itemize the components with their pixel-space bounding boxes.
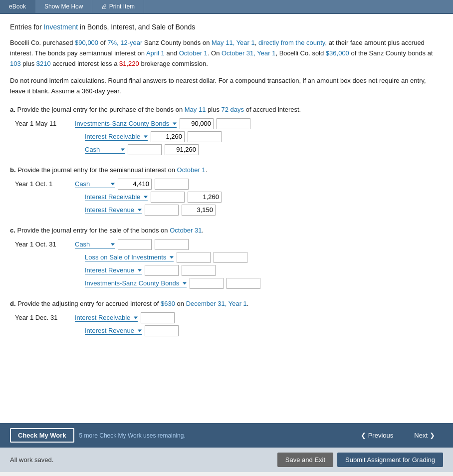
- table-row: Year 1 May 11 Investments-Sanz County Bo…: [15, 118, 443, 129]
- account-select-b2[interactable]: Interest Receivable: [85, 193, 148, 201]
- section-d-journal: Year 1 Dec. 31 Interest Receivable Inter…: [15, 312, 443, 336]
- debit-input-c2[interactable]: [177, 252, 211, 263]
- section-c: c. Provide the journal entry for the sal…: [10, 227, 443, 289]
- section-c-journal: Year 1 Oct. 31 Cash Loss on Sale of Inve…: [15, 239, 443, 289]
- date-label-a: Year 1 May 11: [15, 120, 75, 127]
- debit-input-a3[interactable]: [128, 144, 162, 155]
- account-select-a3[interactable]: Cash: [85, 146, 125, 154]
- credit-input-a2[interactable]: [188, 131, 222, 142]
- account-select-c1[interactable]: Cash: [75, 240, 115, 248]
- debit-input-b3[interactable]: [145, 205, 179, 216]
- debit-input-a1[interactable]: [180, 118, 214, 129]
- section-a: a. Provide the journal entry for the pur…: [10, 106, 443, 155]
- debit-input-c1[interactable]: [118, 239, 152, 250]
- nav-ebook[interactable]: eBook: [0, 0, 35, 13]
- previous-label: Previous: [368, 432, 394, 439]
- next-label: Next: [414, 432, 428, 439]
- credit-input-c3[interactable]: [182, 265, 216, 276]
- table-row: Investments-Sanz County Bonds: [85, 278, 443, 289]
- chevron-left-icon: [361, 432, 366, 439]
- account-select-c2[interactable]: Loss on Sale of Investments: [85, 253, 174, 261]
- account-select-c4[interactable]: Investments-Sanz County Bonds: [85, 279, 187, 287]
- table-row: Interest Revenue: [85, 265, 443, 276]
- account-select-a1[interactable]: Investments-Sanz County Bonds: [75, 120, 177, 128]
- credit-input-c1[interactable]: [155, 239, 189, 250]
- debit-input-d1[interactable]: [141, 312, 175, 323]
- credit-input-b2[interactable]: [188, 192, 222, 203]
- account-select-wrapper-d1[interactable]: Interest Receivable: [75, 314, 138, 322]
- section-a-journal: Year 1 May 11 Investments-Sanz County Bo…: [15, 118, 443, 155]
- section-b-journal: Year 1 Oct. 1 Cash Interest Receivable: [15, 179, 443, 216]
- credit-input-c2[interactable]: [214, 252, 247, 263]
- next-button[interactable]: Next: [406, 429, 443, 442]
- credit-input-b3[interactable]: [182, 205, 216, 216]
- nav-print-item[interactable]: 🖨 Print Item: [92, 0, 144, 13]
- credit-input-d2[interactable]: [145, 325, 179, 336]
- top-navigation: eBook Show Me How 🖨 Print Item: [0, 0, 453, 14]
- debit-input-c3[interactable]: [145, 265, 179, 276]
- footer-buttons: Save and Exit Submit Assignment for Grad…: [277, 453, 443, 467]
- all-work-saved-label: All work saved.: [10, 456, 53, 464]
- check-my-work-note: 5 more Check My Work uses remaining.: [79, 432, 186, 439]
- description: Bocelli Co. purchased $90,000 of 7%, 12-…: [10, 38, 443, 69]
- account-select-b1[interactable]: Cash: [75, 180, 115, 188]
- table-row: Interest Revenue: [85, 325, 443, 336]
- account-select-wrapper-c3[interactable]: Interest Revenue: [85, 266, 142, 274]
- date-label-c: Year 1 Oct. 31: [15, 240, 75, 248]
- navigation-buttons: Previous Next: [353, 429, 443, 442]
- instructions: Do not round interim calculations. Round…: [10, 76, 443, 97]
- section-c-title: c. Provide the journal entry for the sal…: [10, 227, 443, 234]
- table-row: Cash: [85, 144, 443, 155]
- credit-input-c4[interactable]: [226, 278, 260, 289]
- account-select-wrapper-b3[interactable]: Interest Revenue: [85, 206, 142, 214]
- account-select-wrapper-c2[interactable]: Loss on Sale of Investments: [85, 253, 174, 261]
- main-content: Entries for Investment in Bonds, Interes…: [0, 14, 453, 423]
- section-b-title: b. Provide the journal entry for the sem…: [10, 166, 443, 174]
- account-select-wrapper-a3[interactable]: Cash: [85, 146, 125, 154]
- section-d: d. Provide the adjusting entry for accru…: [10, 300, 443, 336]
- section-title-highlight: Investment: [44, 23, 78, 31]
- section-a-title: a. Provide the journal entry for the pur…: [10, 106, 443, 113]
- account-select-wrapper-b2[interactable]: Interest Receivable: [85, 193, 148, 201]
- credit-input-b1[interactable]: [155, 179, 189, 190]
- debit-input-b2[interactable]: [151, 192, 185, 203]
- account-select-wrapper-b1[interactable]: Cash: [75, 180, 115, 188]
- table-row: Year 1 Oct. 31 Cash: [15, 239, 443, 250]
- save-exit-button[interactable]: Save and Exit: [277, 453, 333, 467]
- previous-button[interactable]: Previous: [353, 429, 402, 442]
- account-select-wrapper-d2[interactable]: Interest Revenue: [85, 327, 142, 335]
- debit-input-a2[interactable]: [151, 131, 185, 142]
- account-select-d1[interactable]: Interest Receivable: [75, 314, 138, 322]
- nav-show-me-how[interactable]: Show Me How: [35, 0, 92, 13]
- account-select-d2[interactable]: Interest Revenue: [85, 327, 142, 335]
- debit-input-b1[interactable]: [118, 179, 152, 190]
- table-row: Interest Receivable: [85, 192, 443, 203]
- credit-input-a1[interactable]: [217, 118, 250, 129]
- account-select-b3[interactable]: Interest Revenue: [85, 206, 142, 214]
- footer-bar: All work saved. Save and Exit Submit Ass…: [0, 448, 453, 472]
- account-select-wrapper-a2[interactable]: Interest Receivable: [85, 133, 148, 141]
- credit-input-a3[interactable]: [165, 144, 199, 155]
- chevron-right-icon: [430, 432, 435, 439]
- account-select-c3[interactable]: Interest Revenue: [85, 266, 142, 274]
- submit-assignment-button[interactable]: Submit Assignment for Grading: [337, 453, 443, 467]
- account-select-wrapper-c4[interactable]: Investments-Sanz County Bonds: [85, 279, 187, 287]
- account-select-wrapper-a1[interactable]: Investments-Sanz County Bonds: [75, 120, 177, 128]
- check-my-work-button[interactable]: Check My Work: [10, 428, 74, 443]
- section-d-title: d. Provide the adjusting entry for accru…: [10, 300, 443, 307]
- table-row: Interest Receivable: [85, 131, 443, 142]
- bottom-bar: Check My Work 5 more Check My Work uses …: [0, 423, 453, 448]
- date-label-d: Year 1 Dec. 31: [15, 314, 75, 321]
- table-row: Interest Revenue: [85, 205, 443, 216]
- section-title: Entries for Investment in Bonds, Interes…: [10, 23, 443, 31]
- table-row: Year 1 Dec. 31 Interest Receivable: [15, 312, 443, 323]
- account-select-wrapper-c1[interactable]: Cash: [75, 240, 115, 248]
- table-row: Loss on Sale of Investments: [85, 252, 443, 263]
- account-select-a2[interactable]: Interest Receivable: [85, 133, 148, 141]
- debit-input-c4[interactable]: [190, 278, 224, 289]
- section-b: b. Provide the journal entry for the sem…: [10, 166, 443, 216]
- date-label-b: Year 1 Oct. 1: [15, 180, 75, 188]
- table-row: Year 1 Oct. 1 Cash: [15, 179, 443, 190]
